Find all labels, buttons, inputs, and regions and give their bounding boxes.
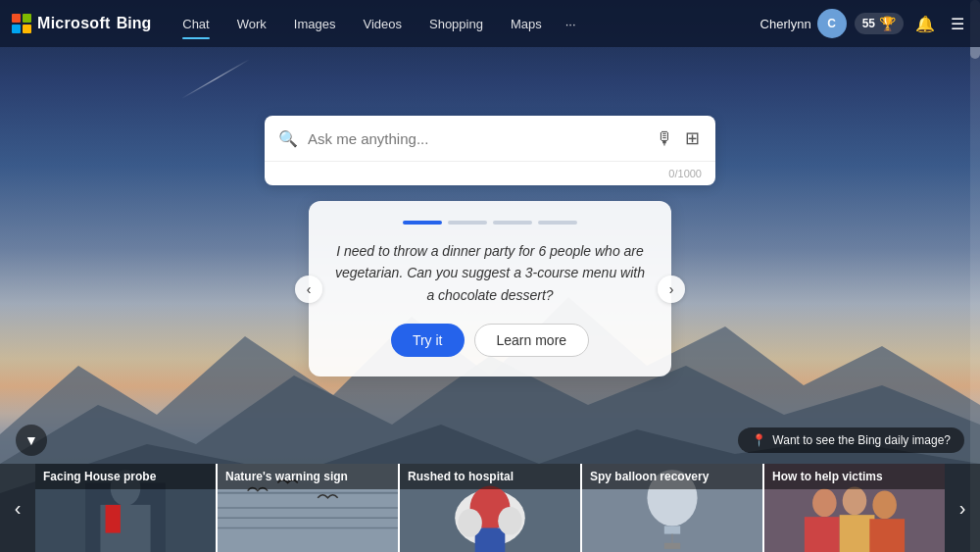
dot-1[interactable] xyxy=(403,221,442,225)
bell-icon[interactable]: 🔔 xyxy=(911,11,939,37)
news-card-4[interactable]: Spy balloon recovery xyxy=(580,464,762,552)
collapse-button[interactable]: ▼ xyxy=(16,425,47,456)
news-strip: ‹ Facing House probe xyxy=(0,464,980,552)
search-actions: 🎙 ⊞ xyxy=(654,125,702,151)
news-card-4-title: Spy balloon recovery xyxy=(582,464,762,489)
avatar: C xyxy=(817,9,847,38)
dot-2[interactable] xyxy=(448,221,487,225)
microsoft-logo xyxy=(12,14,31,33)
news-next-button[interactable]: › xyxy=(945,464,980,552)
svg-rect-30 xyxy=(869,519,905,552)
svg-rect-29 xyxy=(840,515,875,552)
try-it-button[interactable]: Try it xyxy=(391,324,465,357)
location-icon: 📍 xyxy=(752,433,766,447)
user-info[interactable]: Cherlynn C xyxy=(760,9,847,38)
svg-rect-28 xyxy=(805,517,840,552)
svg-point-26 xyxy=(843,487,867,516)
search-bottom: 0/1000 xyxy=(265,161,715,185)
nav-right: Cherlynn C 55 🏆 🔔 ☰ xyxy=(760,9,968,38)
navbar: Microsoft Bing Chat Work Images Videos S… xyxy=(0,0,980,47)
svg-rect-21 xyxy=(664,526,680,533)
char-count: 0/1000 xyxy=(668,168,702,179)
svg-point-25 xyxy=(812,489,837,518)
nav-videos[interactable]: Videos xyxy=(351,11,414,37)
bottom-area: ▼ 📍 Want to see the Bing daily image? ‹ xyxy=(0,425,980,552)
logo-red xyxy=(12,14,21,23)
microsoft-label: Microsoft xyxy=(37,15,111,32)
dot-4[interactable] xyxy=(538,221,577,225)
bing-label: Bing xyxy=(117,15,152,32)
next-arrow-button[interactable]: › xyxy=(658,276,685,303)
news-card-5-title: How to help victims xyxy=(764,464,945,489)
camera-button[interactable]: ⊞ xyxy=(683,125,702,151)
dot-3[interactable] xyxy=(493,221,532,225)
points-badge[interactable]: 55 🏆 xyxy=(855,13,904,34)
svg-point-17 xyxy=(458,509,482,537)
daily-image-button[interactable]: 📍 Want to see the Bing daily image? xyxy=(738,427,964,453)
nav-chat[interactable]: Chat xyxy=(171,11,220,37)
logo-blue xyxy=(12,25,21,33)
nav-maps[interactable]: Maps xyxy=(499,11,554,37)
logo-green xyxy=(23,14,31,23)
logo-area[interactable]: Microsoft Bing xyxy=(12,14,151,33)
svg-rect-23 xyxy=(664,543,680,549)
prev-arrow-button[interactable]: ‹ xyxy=(295,276,322,303)
nav-links: Chat Work Images Videos Shopping Maps ··… xyxy=(171,11,760,37)
menu-icon[interactable]: ☰ xyxy=(947,11,968,37)
news-cards: Facing House probe xyxy=(35,464,945,552)
news-card-2-title: Nature's warning sign xyxy=(218,464,398,489)
collapse-btn-row: ▼ 📍 Want to see the Bing daily image? xyxy=(0,425,980,456)
news-card-5[interactable]: How to help victims xyxy=(762,464,945,552)
news-card-1-title: Facing House probe xyxy=(35,464,216,489)
dots-nav xyxy=(332,221,648,225)
news-card-1[interactable]: Facing House probe xyxy=(35,464,216,552)
logo-yellow xyxy=(23,25,31,33)
user-name: Cherlynn xyxy=(760,17,811,31)
search-input[interactable] xyxy=(308,130,644,147)
nav-images[interactable]: Images xyxy=(282,11,348,37)
points-number: 55 xyxy=(862,17,875,30)
svg-rect-7 xyxy=(106,505,121,533)
nav-work[interactable]: Work xyxy=(225,11,278,37)
suggestion-text: I need to throw a dinner party for 6 peo… xyxy=(332,240,648,306)
suggestion-actions: Try it Learn more xyxy=(332,324,648,357)
news-card-2[interactable]: Nature's warning sign xyxy=(216,464,398,552)
search-top: 🔍 🎙 ⊞ xyxy=(265,116,715,161)
svg-rect-16 xyxy=(475,527,506,552)
svg-point-27 xyxy=(872,491,897,520)
learn-more-button[interactable]: Learn more xyxy=(474,324,590,357)
daily-image-label: Want to see the Bing daily image? xyxy=(772,433,951,447)
search-icon: 🔍 xyxy=(278,129,298,148)
news-card-3[interactable]: Rushed to hospital xyxy=(398,464,580,552)
nav-more-button[interactable]: ··· xyxy=(558,11,584,37)
trophy-icon: 🏆 xyxy=(879,16,896,31)
mic-button[interactable]: 🎙 xyxy=(654,126,675,151)
suggestion-card: ‹ I need to throw a dinner party for 6 p… xyxy=(309,201,671,376)
svg-point-18 xyxy=(498,507,522,535)
news-card-3-title: Rushed to hospital xyxy=(400,464,580,489)
nav-shopping[interactable]: Shopping xyxy=(417,11,495,37)
search-container: 🔍 🎙 ⊞ 0/1000 xyxy=(265,116,715,185)
news-prev-button[interactable]: ‹ xyxy=(0,464,35,552)
